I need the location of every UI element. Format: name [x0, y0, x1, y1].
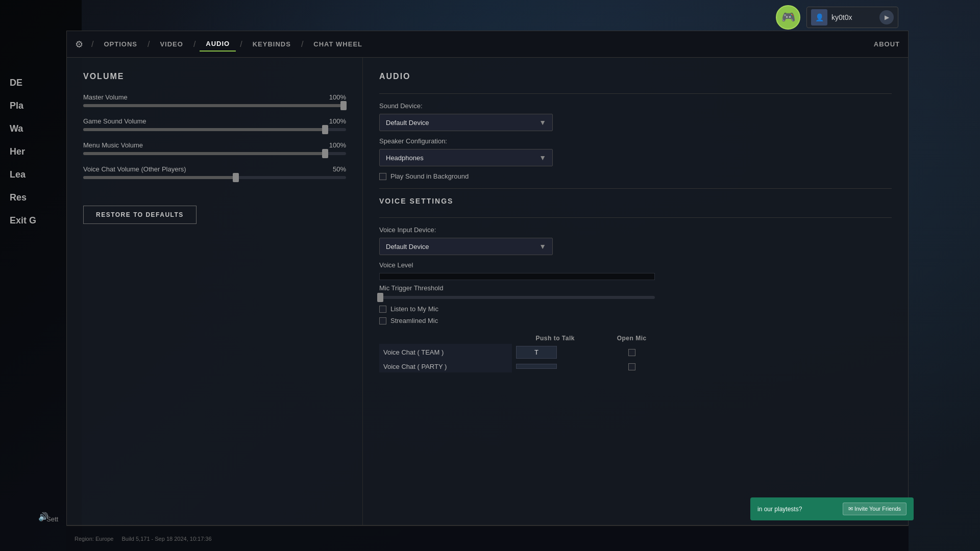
restore-defaults-button[interactable]: RESTORE TO DEFAULTS: [83, 206, 197, 224]
play-sound-bg-checkbox[interactable]: [379, 173, 386, 180]
play-sound-bg-label: Play Sound in Background: [390, 172, 469, 180]
slider-master-track[interactable]: [83, 104, 346, 107]
nav-sep-1: /: [148, 40, 150, 49]
tab-chat-wheel[interactable]: CHAT WHEEL: [307, 37, 369, 51]
left-menu-item-2[interactable]: Wa: [0, 117, 66, 140]
mic-threshold-thumb[interactable]: [377, 293, 383, 302]
slider-master-value: 100%: [329, 93, 346, 101]
tab-about[interactable]: ABOUT: [874, 40, 900, 48]
key-box-party[interactable]: [516, 364, 557, 369]
table-row: Voice Chat ( TEAM ) T: [379, 344, 665, 361]
listen-to-mic-checkbox[interactable]: [379, 306, 386, 313]
nav-sep-0: /: [91, 40, 93, 49]
speaker-config-dropdown[interactable]: Headphones ▼: [379, 149, 553, 166]
streamlined-mic-label: Streamlined Mic: [390, 317, 438, 324]
slider-master-thumb[interactable]: [340, 101, 347, 110]
voice-input-chevron-icon: ▼: [539, 242, 546, 251]
left-menu-item-4[interactable]: Lea: [0, 163, 66, 186]
nav-tabs: ⚙ / OPTIONS / VIDEO / AUDIO / KEYBINDS /…: [67, 31, 908, 58]
left-menu-item-0[interactable]: DE: [0, 71, 66, 94]
tab-audio[interactable]: AUDIO: [200, 37, 236, 52]
invite-banner: in our playtests? ✉ Invite Your Friends: [750, 497, 914, 520]
voice-table: Push to Talk Open Mic Voice Chat ( TEAM …: [379, 333, 665, 372]
slider-voice-value: 50%: [333, 165, 346, 173]
slider-game-sound: Game Sound Volume 100%: [83, 117, 346, 131]
mic-threshold-track[interactable]: [379, 296, 655, 299]
tab-keybinds[interactable]: KEYBINDS: [247, 37, 297, 51]
speaker-config-chevron-icon: ▼: [539, 154, 546, 162]
play-button[interactable]: ▶: [879, 10, 894, 24]
bottom-bar: Region: Europe Build 5,171 - Sep 18 2024…: [66, 525, 909, 551]
volume-section: VOLUME Master Volume 100% Game Sound Vol…: [67, 58, 363, 525]
user-badge[interactable]: 👤 ky0t0x ▶: [806, 7, 898, 28]
avatar[interactable]: 🎮: [776, 5, 800, 30]
voice-col-open-mic: Open Mic: [598, 333, 665, 344]
voice-input-label: Voice Input Device:: [379, 226, 892, 234]
slider-master-volume: Master Volume 100%: [83, 93, 346, 107]
user-avatar-small: 👤: [811, 9, 827, 26]
mic-trigger-label: Mic Trigger Threshold: [379, 284, 892, 292]
slider-game-track[interactable]: [83, 128, 346, 131]
left-menu-item-3[interactable]: Her: [0, 140, 66, 163]
voice-team-push-key[interactable]: T: [512, 344, 598, 361]
audio-divider-3: [379, 217, 892, 218]
slider-menu-label: Menu Music Volume: [83, 141, 143, 149]
voice-input-dropdown[interactable]: Default Device ▼: [379, 238, 553, 255]
table-row: Voice Chat ( PARTY ): [379, 361, 665, 372]
slider-menu-track[interactable]: [83, 152, 346, 155]
voice-settings-title: VOICE SETTINGS: [379, 197, 892, 205]
sound-device-chevron-icon: ▼: [539, 118, 546, 127]
slider-game-value: 100%: [329, 117, 346, 125]
slider-game-thumb[interactable]: [322, 125, 328, 134]
slider-voice-chat: Voice Chat Volume (Other Players) 50%: [83, 165, 346, 179]
content-area: VOLUME Master Volume 100% Game Sound Vol…: [67, 58, 908, 525]
left-menu-item-6[interactable]: Exit G: [0, 209, 66, 232]
voice-party-label: Voice Chat ( PARTY ): [379, 361, 512, 372]
slider-menu-thumb[interactable]: [322, 149, 328, 158]
listen-to-mic-row: Listen to My Mic: [379, 305, 892, 313]
invite-button[interactable]: ✉ Invite Your Friends: [843, 503, 906, 515]
key-box-team[interactable]: T: [516, 346, 557, 359]
play-sound-bg-row: Play Sound in Background: [379, 172, 892, 180]
slider-game-fill: [83, 128, 325, 131]
volume-icon-bottom: 🔊: [38, 512, 48, 521]
streamlined-mic-checkbox[interactable]: [379, 317, 386, 324]
slider-menu-music: Menu Music Volume 100%: [83, 141, 346, 155]
audio-section: AUDIO Sound Device: Default Device ▼ Spe…: [363, 58, 908, 525]
volume-title: VOLUME: [83, 72, 346, 81]
slider-master-label: Master Volume: [83, 93, 128, 101]
nav-sep-2: /: [193, 40, 195, 49]
speaker-config-label: Speaker Configuration:: [379, 137, 892, 145]
streamlined-mic-row: Streamlined Mic: [379, 317, 892, 324]
voice-party-open-mic-checkbox[interactable]: [628, 363, 635, 370]
tab-video[interactable]: VIDEO: [154, 37, 189, 51]
settings-icon[interactable]: ⚙: [75, 39, 83, 50]
tab-options[interactable]: OPTIONS: [97, 37, 143, 51]
voice-team-open-mic-checkbox[interactable]: [628, 349, 635, 356]
nav-sep-4: /: [301, 40, 303, 49]
build-text: Build 5,171 - Sep 18 2024, 10:17:36: [121, 536, 211, 542]
sound-device-dropdown[interactable]: Default Device ▼: [379, 114, 553, 131]
voice-party-open-mic: [598, 361, 665, 372]
voice-party-push-key[interactable]: [512, 361, 598, 372]
sound-device-value: Default Device: [386, 119, 429, 127]
slider-voice-track[interactable]: [83, 176, 346, 179]
audio-divider-2: [379, 188, 892, 189]
voice-col-empty: [379, 333, 512, 344]
left-menu-item-1[interactable]: Pla: [0, 94, 66, 117]
slider-voice-thumb[interactable]: [233, 173, 239, 182]
topbar: 🎮 👤 ky0t0x ▶: [776, 5, 898, 30]
nav-sep-3: /: [240, 40, 242, 49]
voice-team-label: Voice Chat ( TEAM ): [379, 344, 512, 361]
voice-col-push-to-talk: Push to Talk: [512, 333, 598, 344]
avatar-icon: 🎮: [781, 11, 795, 24]
voice-input-value: Default Device: [386, 243, 429, 251]
invite-text: in our playtests?: [757, 506, 802, 513]
voice-team-open-mic: [598, 344, 665, 361]
sound-device-label: Sound Device:: [379, 102, 892, 110]
region-text: Region: Europe: [75, 536, 113, 542]
listen-to-mic-label: Listen to My Mic: [390, 305, 438, 313]
left-menu-item-5[interactable]: Res: [0, 186, 66, 209]
voice-level-label: Voice Level: [379, 261, 892, 269]
slider-menu-fill: [83, 152, 325, 155]
